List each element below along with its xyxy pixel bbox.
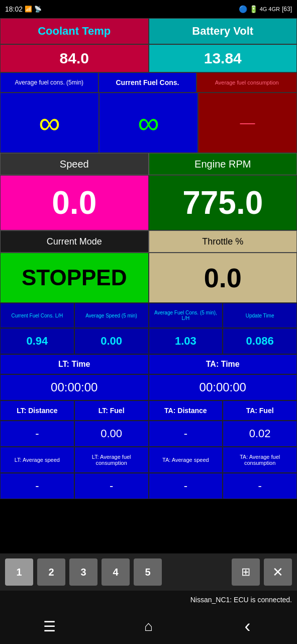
infinity-symbol-1: ∞ (39, 106, 60, 140)
time-display: 18:02 (5, 5, 23, 13)
ta-fuel-number: 0.02 (249, 427, 271, 440)
row-avg-values: - - - - (0, 473, 297, 499)
stat-3-header: Average Fuel Cons. (5 min), L/H (149, 303, 223, 328)
bluetooth-icon: 🔵 (239, 5, 247, 13)
rpm-label: Engine RPM (194, 158, 251, 170)
lt-dist-label: LT: Distance (17, 407, 57, 415)
coolant-temp-header: Coolant Temp (0, 18, 149, 44)
row-mode-throttle-headers: Current Mode Throttle % (0, 230, 297, 253)
back-icon: ‹ (245, 616, 251, 637)
tab-1-button[interactable]: 1 (5, 558, 33, 586)
lt-fuel-header: LT: Fuel (74, 400, 149, 421)
row-dist-fuel-values: - 0.00 - 0.02 (0, 421, 297, 447)
lt-time-value: 00:00:00 (0, 374, 149, 400)
lt-time-label: LT: Time (58, 360, 90, 369)
tab-5-button[interactable]: 5 (134, 558, 162, 586)
ta-fuel-label: TA: Fuel (246, 407, 274, 415)
speed-label: Speed (60, 158, 89, 170)
battery-volt-value: 13.84 (149, 44, 298, 72)
lt-avg-fuel-header: LT: Average fuel consumption (74, 447, 149, 473)
signal-bars-icon: 4G 4GR (260, 6, 280, 12)
throttle-number: 0.0 (204, 262, 242, 293)
dash-symbol: — (240, 114, 255, 131)
lt-time-number: 00:00:00 (51, 380, 97, 394)
status-bar: 18:02 📶 📡 🔵 🔋 4G 4GR [63] (0, 0, 297, 18)
tab-3-button[interactable]: 3 (69, 558, 97, 586)
lt-avg-speed-value: - (0, 473, 74, 499)
row-time-headers: LT: Time TA: Time (0, 354, 297, 374)
coolant-temp-number: 84.0 (60, 50, 89, 67)
home-nav-button[interactable]: ⌂ (134, 611, 164, 641)
lt-avg-speed-label: LT: Average speed (15, 457, 60, 463)
ta-time-header: TA: Time (149, 354, 298, 374)
navigation-bar: ☰ ⌂ ‹ (0, 609, 297, 644)
current-fuel-header: Current Fuel Cons. (98, 72, 197, 93)
lt-dist-number: - (35, 427, 39, 440)
ta-dist-header: TA: Distance (149, 400, 223, 421)
back-nav-button[interactable]: ‹ (233, 611, 263, 641)
tab-4-button[interactable]: 4 (102, 558, 130, 586)
lt-avg-speed-header: LT: Average speed (0, 447, 74, 473)
main-content: Coolant Temp Battery Volt 84.0 13.84 Ave… (0, 18, 297, 553)
stat-1-number: 0.94 (26, 335, 48, 348)
row-mode-throttle-values: STOPPED 0.0 (0, 253, 297, 303)
list-icon: ⊞ (241, 566, 250, 579)
stat-4-number: 0.086 (246, 335, 274, 348)
lt-avg-speed-number: - (35, 479, 39, 493)
row-fuel-values: ∞ ∞ — (0, 93, 297, 153)
ecu-status-message: Nissan_NC1: ECU is connected. (190, 596, 292, 604)
row-stat-headers: Current Fuel Cons. L/H Average Speed (5 … (0, 303, 297, 328)
infinity-symbol-2: ∞ (138, 106, 159, 140)
avg-fuel-cons-label: Average fuel consumption (215, 79, 279, 86)
tab-2-button[interactable]: 2 (37, 558, 65, 586)
lt-avg-fuel-label: LT: Average fuel consumption (76, 454, 147, 466)
speed-value: 0.0 (0, 175, 149, 230)
ta-fuel-header: TA: Fuel (223, 400, 297, 421)
wifi-icon: 📶 (25, 6, 32, 13)
throttle-header: Throttle % (149, 230, 298, 253)
row-speed-rpm-values: 0.0 775.0 (0, 175, 297, 230)
ta-avg-fuel-label: TA: Average fuel consumption (224, 454, 295, 466)
current-fuel-cons-value: ∞ (99, 93, 198, 153)
stat-2-label: Average Speed (5 min) (85, 313, 137, 318)
stat-3-label: Average Fuel Cons. (5 min), L/H (150, 310, 222, 321)
close-button[interactable]: ✕ (264, 558, 292, 586)
ta-avg-speed-label: TA: Average speed (162, 457, 209, 463)
stat-1-label: Current Fuel Cons. L/H (11, 313, 63, 318)
battery-volt-number: 13.84 (204, 50, 242, 67)
avg-fuel-dash: — (198, 93, 297, 153)
speed-number: 0.0 (52, 184, 96, 221)
status-bar-left: 18:02 📶 📡 (5, 5, 42, 13)
ta-avg-fuel-value: - (223, 473, 297, 499)
signal-icon: 📡 (34, 6, 42, 13)
row-avg-headers: LT: Average speed LT: Average fuel consu… (0, 447, 297, 473)
row-metric-headers-1: Coolant Temp Battery Volt (0, 18, 297, 44)
lt-fuel-number: 0.00 (101, 427, 122, 440)
row-speed-rpm-headers: Speed Engine RPM (0, 153, 297, 175)
menu-icon: ☰ (43, 618, 56, 635)
avg-fuel-consumption-header: Average fuel consumption (196, 72, 297, 93)
stat-4-label: Update Time (246, 313, 274, 318)
mode-text: STOPPED (22, 265, 127, 290)
status-bar-right: 🔵 🔋 4G 4GR [63] (239, 5, 292, 13)
lt-dist-header: LT: Distance (0, 400, 74, 421)
menu-nav-button[interactable]: ☰ (35, 611, 65, 641)
close-icon: ✕ (272, 565, 283, 580)
ta-fuel-value: 0.02 (223, 421, 297, 447)
avg-fuel-cons-value: ∞ (0, 93, 99, 153)
row-dist-fuel-headers: LT: Distance LT: Fuel TA: Distance TA: F… (0, 400, 297, 421)
list-icon-button[interactable]: ⊞ (232, 558, 260, 586)
lt-avg-fuel-value: - (74, 473, 149, 499)
speed-header: Speed (0, 153, 149, 175)
row-metric-values-1: 84.0 13.84 (0, 44, 297, 72)
ta-time-label: TA: Time (206, 360, 240, 369)
avg-fuel-header: Average fuel cons. (5min) (0, 72, 98, 93)
status-message-bar: Nissan_NC1: ECU is connected. (0, 591, 297, 609)
battery-level: [63] (282, 6, 292, 13)
lt-dist-value: - (0, 421, 74, 447)
stat-2-header: Average Speed (5 min) (74, 303, 149, 328)
current-mode-value: STOPPED (0, 253, 149, 303)
row-fuel-headers: Average fuel cons. (5min) Current Fuel C… (0, 72, 297, 93)
stat-4-value: 0.086 (223, 328, 297, 354)
bottom-toolbar: 1 2 3 4 5 ⊞ ✕ (0, 553, 297, 591)
